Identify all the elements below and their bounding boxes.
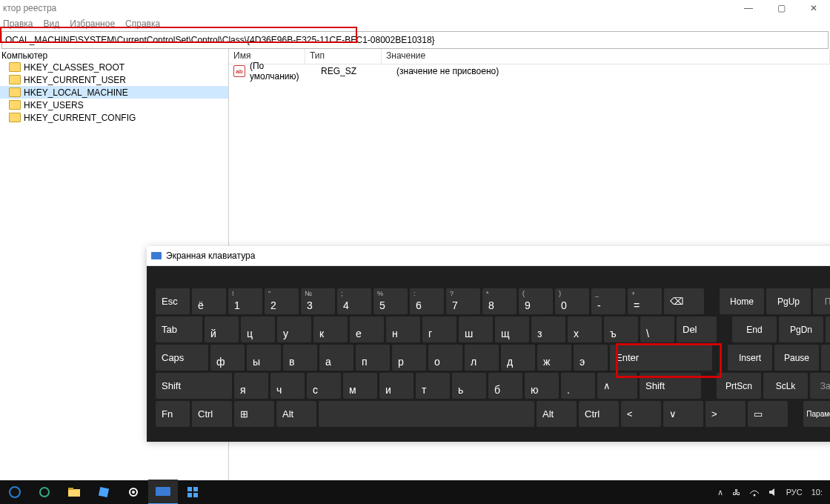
osk-nav-key[interactable]: PgUp [766, 288, 811, 314]
osk-key[interactable]: < [621, 401, 661, 427]
osk-key[interactable]: б [488, 373, 522, 399]
tray-language[interactable]: РУС [786, 488, 803, 497]
osk-key[interactable]: ц [241, 316, 275, 342]
osk-key[interactable]: №3 [301, 288, 335, 314]
taskbar-edge[interactable] [0, 480, 30, 504]
osk-nav-key[interactable]: Пере [813, 288, 830, 314]
tree-item[interactable]: HKEY_LOCAL_MACHINE [0, 86, 228, 99]
osk-key[interactable]: > [706, 401, 746, 427]
osk-nav-key[interactable]: Закре [810, 373, 830, 399]
osk-key[interactable]: \ [640, 316, 674, 342]
menu-help[interactable]: Справка [125, 19, 160, 29]
osk-nav-key[interactable]: Пере [826, 316, 830, 342]
osk-nav-key[interactable]: Пере [821, 345, 830, 371]
tree-item[interactable]: HKEY_USERS [0, 99, 228, 111]
col-value[interactable]: Значение [382, 49, 830, 64]
osk-key[interactable]: г [422, 316, 456, 342]
osk-key[interactable]: . [561, 373, 595, 399]
tree-item[interactable]: HKEY_CLASSES_ROOT [0, 61, 228, 73]
osk-nav-key[interactable]: Pause [774, 345, 819, 371]
osk-key[interactable]: Alt [537, 401, 577, 427]
osk-key[interactable]: ;4 [337, 288, 371, 314]
taskbar-explorer[interactable] [59, 480, 89, 504]
osk-nav-key[interactable]: Параметры [803, 401, 830, 427]
osk-key[interactable]: з [531, 316, 565, 342]
taskbar-settings[interactable] [119, 480, 148, 504]
tree-item[interactable]: HKEY_CURRENT_CONFIG [0, 111, 228, 124]
osk-key[interactable]: э [574, 345, 608, 371]
osk-key[interactable]: ы [247, 345, 281, 371]
osk-key[interactable]: Esc [156, 288, 190, 314]
osk-key[interactable]: н [386, 316, 420, 342]
tree-root[interactable]: Компьютер [0, 50, 228, 61]
osk-key[interactable]: %5 [374, 288, 408, 314]
osk-key[interactable]: л [465, 345, 499, 371]
menu-favorites[interactable]: Избранное [70, 19, 115, 29]
osk-key[interactable] [319, 401, 534, 427]
osk-nav-key[interactable]: Insert [728, 345, 772, 371]
tray-network-icon[interactable]: 🖧 [732, 488, 740, 497]
osk-key[interactable]: Del [677, 316, 717, 342]
osk-key[interactable]: ю [525, 373, 559, 399]
osk-key[interactable]: у [277, 316, 311, 342]
col-type[interactable]: Тип [305, 49, 382, 64]
osk-key[interactable]: += [628, 288, 662, 314]
osk-key[interactable]: Shift [156, 373, 232, 399]
osk-key[interactable]: Enter [610, 345, 712, 371]
osk-key[interactable]: ё [192, 288, 226, 314]
osk-key[interactable]: и [379, 373, 414, 399]
value-row[interactable]: ab(По умолчанию)REG_SZ(значение не присв… [229, 64, 830, 78]
osk-key[interactable]: ∧ [597, 373, 637, 399]
osk-key[interactable]: ▭ [748, 401, 788, 427]
osk-nav-key[interactable]: End [732, 316, 777, 342]
taskbar-app-2[interactable] [89, 480, 119, 504]
tree-item[interactable]: HKEY_CURRENT_USER [0, 73, 228, 86]
osk-key[interactable]: в [283, 345, 317, 371]
menu-edit[interactable]: Правка [3, 19, 33, 29]
osk-key[interactable]: к [313, 316, 348, 342]
osk-key[interactable]: а [319, 345, 353, 371]
osk-key[interactable]: Shift [640, 373, 701, 399]
tray-wifi-icon[interactable] [749, 488, 760, 497]
tray-clock[interactable]: 10: [811, 488, 823, 497]
osk-key[interactable]: ь [452, 373, 486, 399]
osk-key[interactable]: щ [495, 316, 529, 342]
osk-key[interactable]: ж [537, 345, 571, 371]
osk-key[interactable]: "2 [265, 288, 299, 314]
osk-key[interactable]: ?7 [446, 288, 480, 314]
taskbar-app-1[interactable] [30, 480, 59, 504]
osk-key[interactable]: Caps [156, 345, 208, 371]
menu-view[interactable]: Вид [44, 19, 60, 29]
osk-key[interactable]: ⊞ [234, 401, 274, 427]
close-button[interactable]: ✕ [797, 0, 830, 16]
osk-key[interactable]: х [568, 316, 602, 342]
osk-key[interactable]: ⌫ [664, 288, 704, 314]
osk-key[interactable]: с [307, 373, 341, 399]
osk-title-bar[interactable]: Экранная клавиатура — ▢ [147, 246, 830, 266]
osk-key[interactable]: *8 [482, 288, 517, 314]
taskbar[interactable]: ∧ 🖧 РУС 10: [0, 480, 830, 504]
tray-chevron-icon[interactable]: ∧ [717, 488, 723, 497]
osk-key[interactable]: р [392, 345, 426, 371]
taskbar-app-3[interactable] [178, 480, 208, 504]
osk-key[interactable]: (9 [519, 288, 553, 314]
address-input[interactable] [2, 33, 828, 47]
osk-key[interactable]: )0 [555, 288, 589, 314]
osk-key[interactable]: :6 [410, 288, 444, 314]
minimize-button[interactable]: — [732, 0, 765, 16]
osk-key[interactable]: я [234, 373, 268, 399]
osk-key[interactable]: Ctrl [579, 401, 619, 427]
osk-nav-key[interactable]: PgDn [779, 316, 823, 342]
osk-key[interactable]: !1 [228, 288, 262, 314]
maximize-button[interactable]: ▢ [765, 0, 797, 16]
osk-nav-key[interactable]: ScLk [763, 373, 808, 399]
osk-key[interactable]: Tab [156, 316, 202, 342]
taskbar-osk[interactable] [148, 480, 178, 504]
osk-key[interactable]: Fn [156, 401, 190, 427]
osk-nav-key[interactable]: Home [720, 288, 764, 314]
system-tray[interactable]: ∧ 🖧 РУС 10: [717, 488, 830, 497]
osk-key[interactable]: м [343, 373, 377, 399]
osk-nav-key[interactable]: PrtScn [717, 373, 761, 399]
osk-key[interactable]: ъ [604, 316, 638, 342]
osk-key[interactable]: Ctrl [192, 401, 232, 427]
